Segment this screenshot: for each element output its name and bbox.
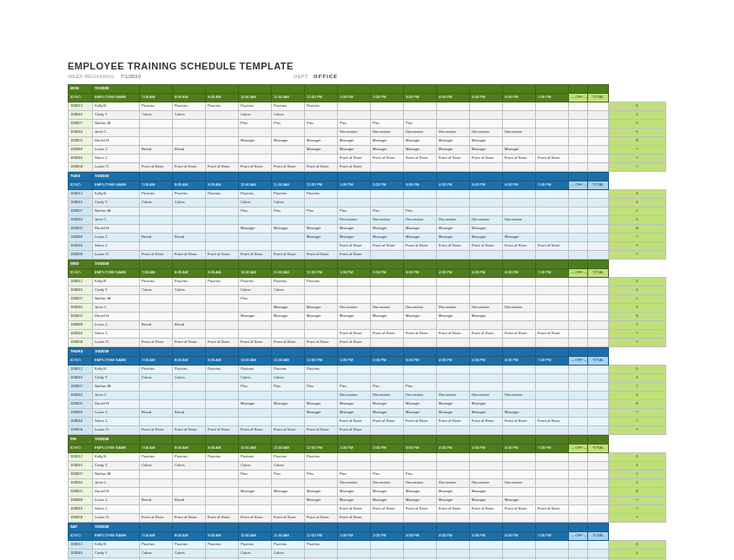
- schedule-cell: Pastries: [206, 453, 239, 462]
- schedule-cell: [437, 366, 470, 374]
- total-cell: 2: [609, 208, 666, 216]
- total-cell: 6: [609, 278, 666, 287]
- schedule-cell: [569, 163, 588, 172]
- schedule-cell: Manager: [404, 497, 437, 505]
- schedule-cell: Front of Store: [305, 339, 338, 347]
- schedule-cell: [404, 287, 437, 295]
- schedule-cell: [140, 505, 173, 514]
- schedule-cell: [140, 330, 173, 339]
- schedule-cell: Cakes: [239, 199, 272, 208]
- schedule-cell: [503, 366, 536, 374]
- schedule-cell: [503, 278, 536, 287]
- schedule-cell: [206, 304, 239, 313]
- schedule-cell: Manager: [404, 234, 437, 242]
- column-header: 12:00 PM: [305, 532, 338, 541]
- schedule-cell: Pies: [239, 295, 272, 304]
- schedule-cell: Front of Store: [338, 155, 371, 163]
- schedule-cell: [404, 278, 437, 287]
- schedule-cell: [536, 339, 569, 347]
- employee-name: Daniel H.: [93, 400, 140, 409]
- schedule-cell: Manager: [371, 400, 404, 409]
- employee-name: Kelly B.: [93, 190, 140, 199]
- schedule-cell: Front of Store: [206, 514, 239, 523]
- schedule-cell: [206, 216, 239, 225]
- off-cell: [588, 190, 609, 199]
- schedule-cell: [338, 295, 371, 304]
- schedule-cell: Front of Store: [470, 155, 503, 163]
- employee-name: Jenn C.: [93, 304, 140, 313]
- schedule-cell: Manager: [503, 146, 536, 155]
- schedule-cell: [470, 374, 503, 383]
- schedule-cell: [206, 128, 239, 137]
- total-cell: 6: [609, 541, 666, 550]
- schedule-cell: [536, 453, 569, 462]
- off-cell: [588, 155, 609, 163]
- schedule-cell: Front of Store: [404, 155, 437, 163]
- schedule-cell: [173, 313, 206, 321]
- schedule-cell: Decoration: [503, 304, 536, 313]
- total-cell: 6: [609, 453, 666, 462]
- total-cell: 7: [609, 409, 666, 418]
- employee-id: 100034: [69, 216, 93, 225]
- schedule-cell: [536, 295, 569, 304]
- schedule-cell: Front of Store: [338, 426, 371, 435]
- column-header: 7:00 AM: [140, 357, 173, 366]
- schedule-cell: [272, 330, 305, 339]
- schedule-cell: [536, 497, 569, 505]
- schedule-cell: Pies: [272, 383, 305, 392]
- schedule-cell: Decoration: [404, 304, 437, 313]
- schedule-cell: Decoration: [437, 216, 470, 225]
- schedule-cell: [173, 471, 206, 479]
- schedule-cell: Manager: [437, 225, 470, 234]
- schedule-cell: [569, 313, 588, 321]
- column-header: 5:00 PM: [470, 269, 503, 278]
- schedule-cell: [569, 111, 588, 120]
- schedule-cell: Cakes: [140, 111, 173, 120]
- schedule-cell: [404, 102, 437, 111]
- column-header: 5:00 PM: [470, 94, 503, 102]
- day-code: TUES: [69, 173, 93, 181]
- schedule-cell: Pastries: [140, 366, 173, 374]
- column-header: 10:00 AM: [239, 181, 272, 190]
- schedule-cell: Pastries: [272, 278, 305, 287]
- schedule-cell: Decoration: [470, 216, 503, 225]
- schedule-cell: Pastries: [272, 453, 305, 462]
- schedule-cell: [470, 426, 503, 435]
- column-header: 2:00 PM: [371, 532, 404, 541]
- schedule-cell: Front of Store: [272, 163, 305, 172]
- employee-name: Cindy Y.: [93, 550, 140, 558]
- column-header: 12:00 PM: [305, 445, 338, 453]
- employee-name: Lucas J.: [93, 409, 140, 418]
- day-code: FRI: [69, 436, 93, 445]
- schedule-cell: Bread: [140, 146, 173, 155]
- schedule-cell: Front of Store: [272, 426, 305, 435]
- schedule-cell: [569, 383, 588, 392]
- schedule-cell: [140, 392, 173, 400]
- schedule-cell: Cakes: [140, 374, 173, 383]
- schedule-cell: Manager: [338, 488, 371, 497]
- column-header: 7:00 PM: [536, 357, 569, 366]
- schedule-cell: Pastries: [272, 190, 305, 199]
- schedule-cell: [536, 225, 569, 234]
- schedule-cell: [536, 128, 569, 137]
- column-header: 12:00 PM: [305, 357, 338, 366]
- schedule-cell: Decoration: [470, 128, 503, 137]
- schedule-cell: [569, 137, 588, 146]
- schedule-cell: [371, 550, 404, 558]
- schedule-cell: [206, 313, 239, 321]
- schedule-cell: [239, 418, 272, 426]
- schedule-cell: Pies: [239, 471, 272, 479]
- schedule-cell: Manager: [371, 497, 404, 505]
- schedule-cell: Manager: [239, 400, 272, 409]
- column-header: 1:00 PM: [338, 181, 371, 190]
- schedule-cell: [437, 190, 470, 199]
- schedule-cell: Manager: [305, 146, 338, 155]
- column-header: TOTAL: [588, 532, 609, 541]
- column-header: — OFF —: [569, 532, 588, 541]
- schedule-cell: [569, 146, 588, 155]
- schedule-cell: Pastries: [140, 278, 173, 287]
- schedule-cell: Pies: [272, 120, 305, 128]
- employee-id: 100045: [69, 374, 93, 383]
- employee-id: 100089: [69, 234, 93, 242]
- schedule-cell: [206, 208, 239, 216]
